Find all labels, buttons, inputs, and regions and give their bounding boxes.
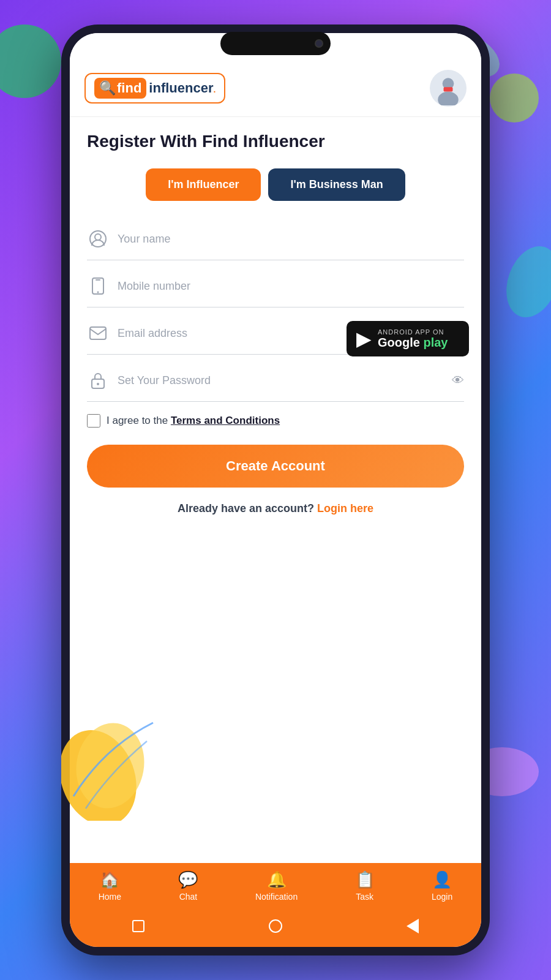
- businessman-button[interactable]: I'm Business Man: [268, 168, 405, 201]
- create-account-button[interactable]: Create Account: [87, 445, 464, 488]
- already-account-text: Already have an account?: [178, 502, 314, 514]
- name-field-container: [87, 218, 464, 260]
- google-text: Google: [378, 336, 420, 349]
- role-toggle-group: I'm Influencer I'm Business Man: [87, 168, 464, 201]
- bg-decoration-1: [0, 24, 61, 98]
- mobile-field-container: [87, 265, 464, 307]
- svg-rect-9: [90, 327, 106, 339]
- svg-point-11: [97, 383, 99, 385]
- chat-label: Chat: [179, 892, 198, 902]
- password-input[interactable]: [118, 374, 464, 387]
- google-play-badge[interactable]: ▶ ANDROID APP ON Google play: [347, 321, 469, 356]
- circle-icon: [269, 919, 282, 933]
- avatar-icon: [431, 71, 465, 105]
- chat-icon: 💬: [178, 870, 198, 889]
- phone-notch: [220, 32, 331, 55]
- email-icon: [87, 322, 109, 344]
- logo-dot: .: [213, 85, 216, 94]
- page-title: Register With Find Influencer: [87, 132, 464, 151]
- terms-text: I agree to the Terms and Conditions: [107, 415, 280, 427]
- avatar[interactable]: [430, 70, 467, 107]
- influencer-button[interactable]: I'm Influencer: [146, 168, 261, 201]
- phone-icon: [87, 275, 109, 297]
- android-nav-bar: [70, 911, 481, 947]
- login-prompt: Already have an account? Login here: [87, 502, 464, 515]
- svg-point-5: [95, 234, 101, 240]
- notification-icon: 🔔: [267, 870, 287, 889]
- terms-row: I agree to the Terms and Conditions: [87, 414, 464, 428]
- notification-label: Notification: [255, 892, 298, 902]
- magnify-icon: 🔍: [99, 80, 116, 96]
- home-icon: 🏠: [100, 870, 119, 889]
- bottom-nav: 🏠 Home 💬 Chat 🔔 Notification 📋 Task 👤 Lo…: [70, 863, 481, 911]
- play-store-icon: ▶: [356, 327, 372, 350]
- home-label: Home: [99, 892, 121, 902]
- svg-rect-3: [444, 87, 453, 91]
- logo: 🔍 find influencer.: [84, 73, 225, 104]
- logo-influencer-text: influencer.: [149, 80, 216, 96]
- bg-decoration-2: [490, 74, 539, 123]
- triangle-icon: [407, 919, 419, 933]
- decorative-leaf: [61, 698, 159, 821]
- nav-item-notification[interactable]: 🔔 Notification: [255, 870, 298, 902]
- logo-text: influencer: [149, 80, 213, 96]
- android-back-button[interactable]: [404, 918, 421, 935]
- nav-item-chat[interactable]: 💬 Chat: [178, 870, 198, 902]
- login-label: Login: [432, 892, 452, 902]
- play-store-bottom-text: Google play: [378, 336, 448, 350]
- password-field-container: 👁: [87, 360, 464, 402]
- user-icon: [87, 228, 109, 250]
- phone-frame: 🔍 find influencer. Register With Find In: [61, 24, 490, 956]
- login-icon: 👤: [432, 870, 452, 889]
- task-label: Task: [356, 892, 373, 902]
- nav-item-home[interactable]: 🏠 Home: [99, 870, 121, 902]
- play-text: play: [420, 336, 448, 349]
- name-input[interactable]: [118, 233, 464, 246]
- nav-item-task[interactable]: 📋 Task: [355, 870, 375, 902]
- lock-icon: [87, 369, 109, 391]
- square-icon: [132, 920, 144, 932]
- bg-decoration-teal: [497, 239, 551, 325]
- play-store-top-text: ANDROID APP ON: [378, 328, 448, 336]
- terms-link[interactable]: Terms and Conditions: [171, 415, 280, 426]
- nav-item-login[interactable]: 👤 Login: [432, 870, 452, 902]
- terms-checkbox[interactable]: [87, 414, 100, 428]
- android-home-button[interactable]: [267, 918, 284, 935]
- login-here-link[interactable]: Login here: [317, 502, 373, 514]
- android-recent-button[interactable]: [130, 918, 147, 935]
- task-icon: 📋: [355, 870, 375, 889]
- logo-find-text: find: [117, 80, 141, 96]
- mobile-input[interactable]: [118, 280, 464, 293]
- logo-find: 🔍 find: [94, 78, 146, 99]
- svg-rect-7: [96, 279, 100, 281]
- toggle-password-icon[interactable]: 👁: [452, 374, 464, 388]
- play-store-text: ANDROID APP ON Google play: [378, 328, 448, 350]
- camera: [315, 39, 323, 48]
- svg-point-8: [97, 292, 99, 293]
